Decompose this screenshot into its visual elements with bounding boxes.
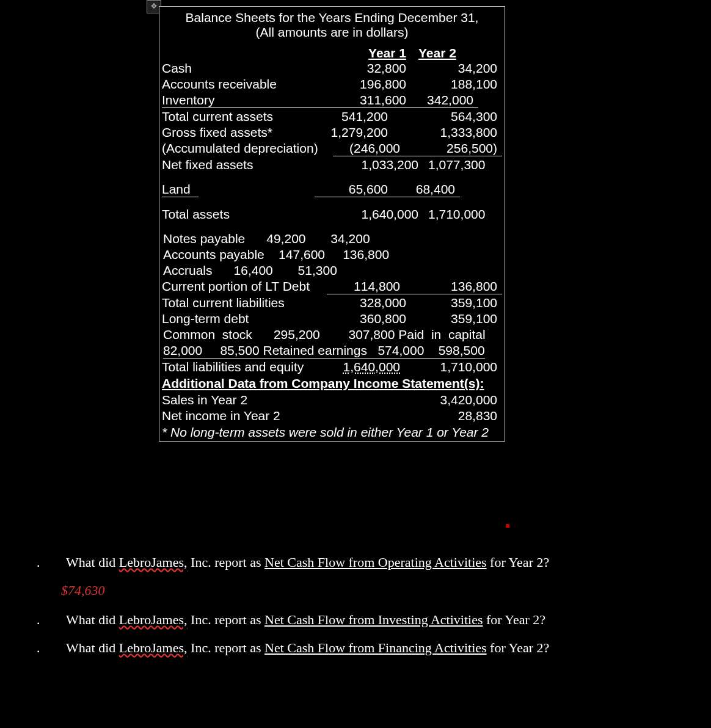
- bullet-icon: .: [37, 555, 40, 570]
- company-name: LebroJames,: [119, 612, 188, 627]
- resize-handle-icon[interactable]: [506, 524, 509, 528]
- row-net-income-year2: Net income in Year 2 28,830: [159, 408, 505, 424]
- answer-operating: $74,630: [61, 583, 678, 599]
- questions-block: . What did LebroJames, Inc. report as Ne…: [37, 542, 678, 668]
- bullet-icon: .: [37, 612, 40, 628]
- row-gross-fixed-assets: Gross fixed assets* 1,279,200 1,333,800: [159, 125, 505, 140]
- sheet-title-line2: (All amounts are in dollars): [159, 25, 505, 40]
- row-net-fixed-assets: Net fixed assets 1,033,200 1,077,300: [159, 157, 505, 173]
- column-headers: Year 1 Year 2: [159, 42, 505, 60]
- row-land: Land 65,600 68,400: [159, 181, 505, 198]
- row-accruals: Accruals 16,400 51,300: [159, 263, 505, 278]
- redaction-blob: [37, 542, 60, 572]
- row-total-liab-equity: Total liabilities and equity 1,640,000 1…: [159, 359, 505, 375]
- row-ar: Accounts receivable 196,800 188,100: [159, 76, 505, 92]
- row-cash: Cash 32,800 34,200: [159, 60, 505, 76]
- additional-data-heading: Additional Data from Company Income Stat…: [159, 375, 505, 392]
- header-year-2: Year 2: [412, 46, 502, 60]
- redaction-blob: [37, 614, 60, 660]
- row-inventory: Inventory 311,600 342,000: [159, 92, 505, 109]
- question-financing: . What did LebroJames, Inc. report as Ne…: [66, 640, 678, 656]
- company-name: LebroJames,: [119, 640, 188, 655]
- company-name: LebroJames,: [119, 555, 188, 570]
- question-investing: . What did LebroJames, Inc. report as Ne…: [66, 612, 678, 628]
- row-common-stock-paid-capital: Common stock 295,200 307,800 Paid in cap…: [159, 327, 505, 343]
- row-total-assets: Total assets 1,640,000 1,710,000: [159, 206, 505, 222]
- footnote-no-asset-sales: * No long-term assets were sold in eithe…: [159, 424, 505, 441]
- bullet-icon: .: [37, 640, 40, 656]
- key-investing: Net Cash Flow from Investing Activities: [264, 612, 483, 627]
- row-total-current-assets: Total current assets 541,200 564,300: [159, 109, 505, 125]
- row-accounts-payable: Accounts payable 147,600 136,800: [159, 247, 505, 263]
- row-sales-year2: Sales in Year 2 3,420,000: [159, 392, 505, 408]
- key-financing: Net Cash Flow from Financing Activities: [264, 640, 487, 655]
- row-accum-depr: (Accumulated depreciation) (246,000 256,…: [159, 140, 505, 157]
- row-long-term-debt: Long-term debt 360,800 359,100: [159, 311, 505, 327]
- row-total-current-liab: Total current liabilities 328,000 359,10…: [159, 295, 505, 311]
- row-current-portion-lt-debt: Current portion of LT Debt 114,800 136,8…: [159, 278, 505, 295]
- question-operating: . What did LebroJames, Inc. report as Ne…: [66, 555, 678, 570]
- row-notes-payable: Notes payable 49,200 34,200: [159, 231, 505, 247]
- key-operating: Net Cash Flow from Operating Activities: [264, 555, 487, 570]
- header-year-1: Year 1: [315, 46, 412, 60]
- row-retained-earnings: 82,000 85,500 Retained earnings 574,000 …: [159, 343, 505, 359]
- balance-sheet-table: Balance Sheets for the Years Ending Dece…: [159, 6, 505, 442]
- sheet-title-line1: Balance Sheets for the Years Ending Dece…: [159, 10, 505, 25]
